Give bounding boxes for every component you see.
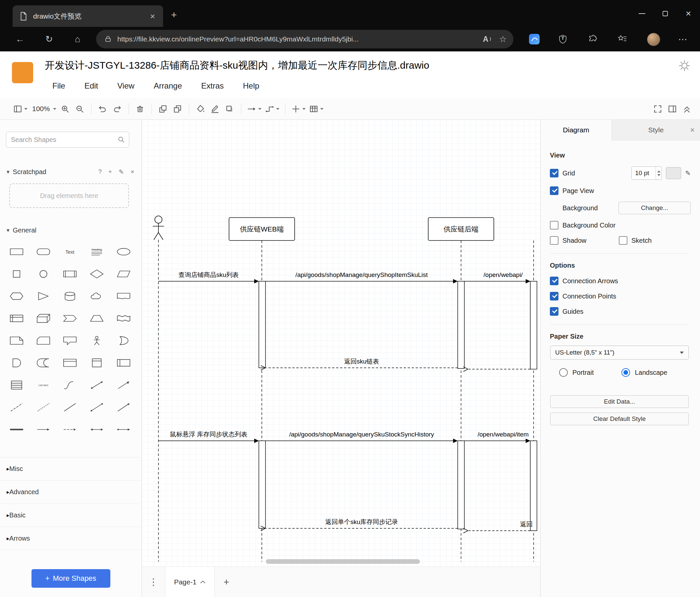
shape-diamond[interactable] — [83, 263, 110, 285]
shape-bidirectional-connector[interactable] — [83, 396, 110, 418]
favorite-star-icon[interactable]: ☆ — [499, 35, 507, 44]
shape-cloud[interactable] — [83, 285, 110, 307]
line-color-button[interactable] — [208, 101, 222, 116]
shape-actor[interactable] — [83, 329, 110, 352]
menu-extras[interactable]: Extras — [199, 80, 226, 92]
extensions-puzzle-icon[interactable] — [587, 34, 598, 44]
connection-points-checkbox[interactable] — [550, 292, 558, 301]
format-panel-button[interactable] — [665, 101, 679, 117]
grid-size-stepper[interactable] — [656, 167, 661, 180]
clear-default-style-button[interactable]: Clear Default Style — [550, 413, 689, 425]
window-close-button[interactable]: × — [677, 0, 700, 27]
section-arrows[interactable]: ▸Arrows — [0, 527, 142, 550]
shape-circle[interactable] — [30, 263, 57, 285]
shape-directional-connector[interactable] — [110, 396, 137, 418]
address-bar[interactable]: https://file.kkview.cn/onlinePreview?url… — [96, 30, 514, 48]
shape-horizontal-dashed-arrow[interactable] — [57, 418, 83, 440]
panel-close-icon[interactable]: × — [690, 126, 695, 134]
shape-bidirectional-arrow[interactable] — [83, 374, 110, 396]
sequence-diagram[interactable]: 供应链WEB端供应链后端查询店铺商品sku列表/api/goods/shopMa… — [142, 120, 540, 567]
shape-data-storage[interactable] — [30, 352, 57, 374]
shield-t-icon[interactable]: T — [557, 34, 568, 44]
table-button[interactable] — [307, 101, 325, 116]
shape-textbox[interactable]: Heading — [83, 240, 110, 263]
shape-trapezoid[interactable] — [83, 307, 110, 329]
shape-internal-storage[interactable] — [3, 307, 30, 329]
shape-list-item[interactable]: List Item — [30, 374, 57, 396]
shape-dashed-line[interactable] — [3, 396, 30, 418]
window-minimize-button[interactable] — [630, 0, 654, 27]
shape-text[interactable]: Text — [57, 240, 83, 263]
to-front-button[interactable] — [156, 101, 170, 116]
new-tab-button[interactable]: + — [171, 10, 177, 20]
section-misc[interactable]: ▸Misc — [0, 457, 142, 480]
shape-dotted-line[interactable] — [30, 396, 57, 418]
refresh-icon[interactable]: ↻ — [42, 32, 56, 46]
fullscreen-button[interactable] — [650, 101, 665, 117]
undo-button[interactable] — [96, 101, 110, 116]
shape-document[interactable] — [110, 285, 137, 307]
add-page-button[interactable]: + — [215, 567, 238, 597]
read-aloud-icon[interactable]: A — [483, 35, 493, 43]
zoom-out-button[interactable] — [73, 101, 87, 116]
shape-curve[interactable] — [57, 374, 83, 396]
extension-blue-icon[interactable] — [529, 34, 540, 44]
shape-triangle[interactable] — [30, 285, 57, 307]
section-general[interactable]: ▾ General — [0, 224, 142, 236]
shape-horizontal-connector[interactable] — [110, 418, 137, 440]
connection-arrows-checkbox[interactable] — [550, 277, 558, 285]
section-basic[interactable]: ▸Basic — [0, 503, 142, 527]
connection-button[interactable] — [245, 101, 263, 116]
scratchpad-help-icon[interactable]: ? — [98, 168, 102, 176]
scratchpad-add-icon[interactable]: + — [108, 168, 112, 176]
to-back-button[interactable] — [170, 101, 185, 116]
shape-callout[interactable] — [57, 329, 83, 352]
more-shapes-button[interactable]: + More Shapes — [31, 569, 110, 588]
shape-tape[interactable] — [110, 307, 137, 329]
menu-edit[interactable]: Edit — [82, 80, 100, 92]
sketch-checkbox[interactable] — [619, 236, 627, 245]
horizontal-scrollbar[interactable] — [145, 559, 538, 564]
edit-grid-color-icon[interactable]: ✎ — [685, 169, 691, 177]
shape-rectangle[interactable] — [3, 240, 30, 263]
scratchpad-header[interactable]: ▾ Scratchpad ? + ✎ × — [0, 166, 142, 177]
shape-hexagon[interactable] — [3, 285, 30, 307]
scrollbar-thumb[interactable] — [266, 559, 420, 564]
grid-checkbox[interactable] — [550, 169, 558, 177]
scratchpad-close-icon[interactable]: × — [131, 168, 134, 176]
theme-toggle-icon[interactable] — [678, 59, 691, 73]
delete-button[interactable] — [133, 101, 148, 116]
shape-parallelogram[interactable] — [110, 263, 137, 285]
shape-rounded-rectangle[interactable] — [30, 240, 57, 263]
shape-cube[interactable] — [30, 307, 57, 329]
profile-avatar[interactable] — [647, 33, 660, 46]
section-advanced[interactable]: ▸Advanced — [0, 480, 142, 503]
scratchpad-dropzone[interactable]: Drag elements here — [9, 184, 129, 208]
pages-menu-icon[interactable]: ⋮ — [142, 567, 165, 597]
page-tab[interactable]: Page-1 — [165, 567, 215, 597]
shape-vertical-container[interactable] — [83, 352, 110, 374]
redo-button[interactable] — [110, 101, 125, 116]
tab-diagram[interactable]: Diagram — [541, 120, 611, 140]
favorites-hub-icon[interactable] — [617, 34, 628, 44]
shape-square[interactable] — [3, 263, 30, 285]
menu-help[interactable]: Help — [241, 80, 261, 92]
shadow-checkbox[interactable] — [550, 236, 558, 245]
waypoints-button[interactable] — [263, 101, 281, 116]
zoom-in-button[interactable] — [58, 101, 73, 116]
menu-file[interactable]: File — [50, 80, 67, 92]
url-text[interactable]: https://file.kkview.cn/onlinePreview?url… — [117, 35, 479, 43]
shape-horizontal-double-arrow[interactable] — [83, 418, 110, 440]
scratchpad-edit-icon[interactable]: ✎ — [119, 168, 124, 176]
grid-size-input[interactable]: 10 pt — [631, 167, 662, 180]
browser-menu-icon[interactable]: ⋯ — [675, 32, 690, 46]
shape-process[interactable] — [57, 263, 83, 285]
back-icon[interactable]: ← — [12, 32, 27, 46]
shape-link[interactable] — [3, 418, 30, 440]
shape-card[interactable] — [30, 329, 57, 352]
tab-close-icon[interactable]: × — [148, 11, 157, 21]
guides-checkbox[interactable] — [550, 307, 558, 316]
page-view-checkbox[interactable] — [550, 186, 558, 195]
paper-size-select[interactable]: US-Letter (8,5" x 11") — [550, 345, 689, 360]
shape-note[interactable] — [3, 329, 30, 352]
